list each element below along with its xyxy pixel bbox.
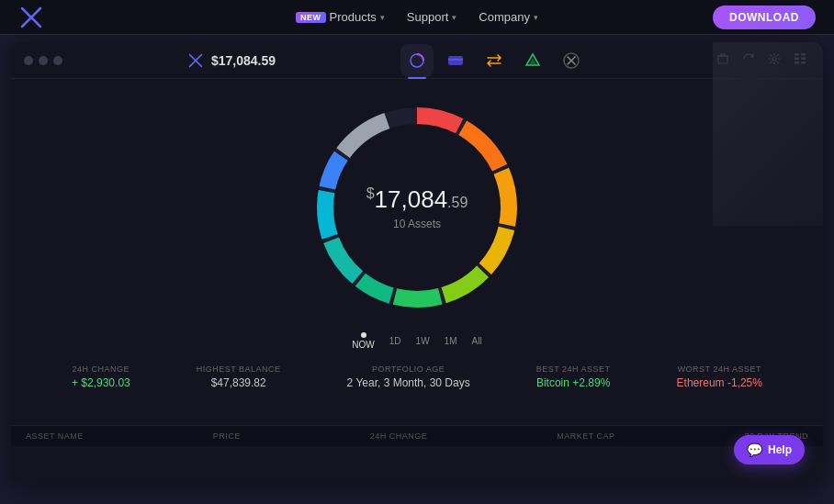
th-price: PRICE	[213, 431, 241, 441]
app-logo-icon	[187, 52, 204, 69]
nav-support[interactable]: Support ▾	[398, 6, 467, 28]
stat-24h-label: 24h Change	[72, 364, 130, 374]
tab-portfolio[interactable]	[400, 44, 434, 77]
nav-company-label: Company	[479, 10, 530, 24]
download-button[interactable]: DOWNLOAD	[713, 6, 816, 29]
stat-highest-balance: Highest Balance $47,839.82	[197, 364, 281, 389]
stake-icon	[524, 51, 542, 70]
toolbar-tabs	[400, 44, 588, 77]
donut-assets-label: 10 Assets	[366, 218, 468, 230]
card-icon	[446, 51, 465, 70]
stat-age-value: 2 Year, 3 Month, 30 Days	[347, 376, 470, 389]
th-market-cap: MARKET CAP	[557, 431, 614, 441]
time-1w-label: 1W	[416, 336, 430, 346]
time-range-selector: NOW 1D 1W 1M All	[352, 332, 481, 350]
nav-right-actions: DOWNLOAD	[713, 6, 816, 29]
svg-rect-2	[448, 59, 463, 61]
stat-age-label: Portfolio Age	[347, 364, 470, 374]
navigation: NEW Products ▾ Support ▾ Company ▾ DOWNL…	[0, 0, 834, 35]
table-header: ASSET NAME PRICE 24H CHANGE MARKET CAP 3…	[11, 425, 823, 446]
company-chevron-icon: ▾	[534, 13, 538, 22]
nav-products-label: Products	[330, 10, 377, 24]
th-24h-change: 24H CHANGE	[370, 431, 428, 441]
new-badge: NEW	[296, 12, 326, 23]
donut-cents: .59	[447, 195, 468, 210]
main-content: $17,084.59 10 Assets NOW 1D 1W 1M All	[11, 79, 823, 446]
support-chevron-icon: ▾	[452, 13, 456, 22]
time-all[interactable]: All	[472, 336, 482, 346]
chat-icon: 💬	[747, 442, 762, 457]
help-button[interactable]: 💬 Help	[734, 435, 805, 465]
brand-logo-icon	[18, 5, 44, 30]
window-minimize-button[interactable]	[39, 56, 48, 65]
tab-card[interactable]	[439, 44, 472, 77]
nav-company[interactable]: Company ▾	[469, 6, 547, 28]
time-1d[interactable]: 1D	[389, 336, 401, 346]
stat-worst-asset: Worst 24H Asset Ethereum -1,25%	[677, 364, 762, 389]
stat-worst-label: Worst 24H Asset	[677, 364, 762, 374]
tab-swap[interactable]	[478, 44, 511, 77]
nav-logo-area	[18, 5, 44, 30]
stat-best-asset: Best 24H Asset Bitcoin +2.89%	[536, 364, 611, 389]
donut-amount: $17,084.59	[366, 185, 468, 214]
stat-highest-value: $47,839.82	[197, 376, 281, 389]
time-1m[interactable]: 1M	[445, 336, 457, 346]
stat-portfolio-age: Portfolio Age 2 Year, 3 Month, 30 Days	[347, 364, 470, 389]
donut-currency-symbol: $	[366, 185, 375, 201]
app-window: $17,084.59	[11, 42, 823, 483]
nav-center-menu: NEW Products ▾ Support ▾ Company ▾	[287, 6, 547, 28]
time-all-label: All	[472, 336, 482, 346]
x-app-icon	[562, 51, 580, 70]
th-asset-name: ASSET NAME	[26, 431, 84, 441]
time-now-dot	[361, 332, 366, 338]
window-maximize-button[interactable]	[53, 56, 62, 65]
nav-products[interactable]: NEW Products ▾	[287, 6, 394, 28]
time-now[interactable]: NOW	[352, 332, 374, 350]
swap-icon	[485, 51, 503, 70]
portfolio-donut-chart: $17,084.59 10 Assets	[307, 97, 527, 318]
time-1m-label: 1M	[445, 336, 457, 346]
stats-bar: 24h Change + $2,930.03 Highest Balance $…	[11, 353, 823, 400]
time-1w[interactable]: 1W	[416, 336, 430, 346]
title-bar: $17,084.59	[11, 42, 823, 79]
donut-main-value: 17,084	[375, 185, 448, 213]
products-chevron-icon: ▾	[380, 13, 385, 22]
toolbar-left: $17,084.59	[187, 52, 276, 69]
stat-worst-value: Ethereum -1,25%	[677, 376, 762, 389]
time-now-label: NOW	[352, 340, 374, 350]
nav-support-label: Support	[407, 10, 449, 24]
donut-center-info: $17,084.59 10 Assets	[366, 185, 468, 230]
stat-best-value: Bitcoin +2.89%	[536, 376, 611, 389]
stat-highest-label: Highest Balance	[197, 364, 281, 374]
header-balance: $17,084.59	[211, 53, 276, 68]
stat-best-label: Best 24H Asset	[536, 364, 611, 374]
tab-stake[interactable]	[516, 44, 549, 77]
window-close-button[interactable]	[24, 56, 33, 65]
time-1d-label: 1D	[389, 336, 401, 346]
portfolio-icon	[408, 51, 426, 70]
help-label: Help	[768, 443, 792, 456]
stat-24h-change: 24h Change + $2,930.03	[72, 364, 130, 389]
stat-24h-value: + $2,930.03	[72, 376, 130, 389]
window-controls	[24, 56, 62, 65]
tab-x[interactable]	[555, 44, 588, 77]
